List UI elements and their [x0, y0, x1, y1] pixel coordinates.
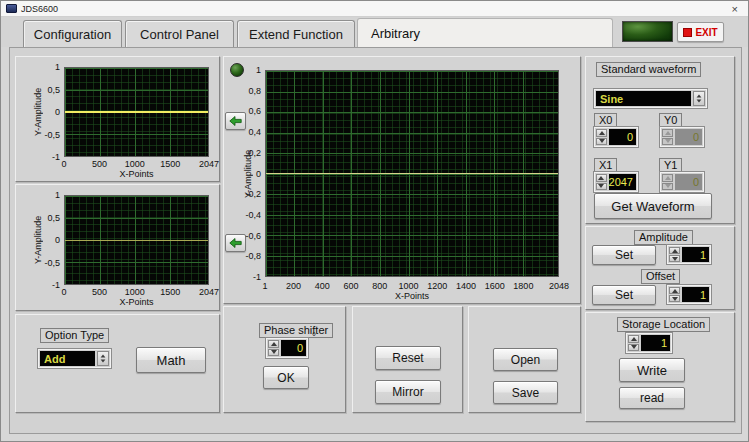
y-tick-label: -0,6	[245, 231, 261, 241]
y-tick-label: 1	[55, 190, 60, 200]
y-tick-label: -1	[253, 272, 261, 282]
y1-input: 0	[659, 171, 705, 193]
x-axis-label: X-Points	[64, 297, 209, 307]
spin-down-icon[interactable]	[669, 295, 680, 302]
y-tick-label: -1	[52, 280, 60, 290]
offset-input[interactable]: 1	[666, 284, 712, 305]
spin-up-icon[interactable]	[669, 287, 680, 294]
x1-value[interactable]: 2047	[609, 174, 636, 190]
phase-shifter-input[interactable]: 0	[265, 337, 309, 359]
read-button[interactable]: read	[619, 387, 685, 409]
y-tick-label: 1	[55, 62, 60, 72]
storage-spinner[interactable]	[628, 335, 639, 351]
offset-spinner[interactable]	[669, 287, 680, 302]
spin-down-icon[interactable]	[628, 344, 639, 352]
y-tick-label: -0,5	[44, 130, 60, 140]
x-tick-label: 800	[372, 281, 387, 291]
standard-waveform-select[interactable]: Sine	[593, 88, 708, 109]
ok-button[interactable]: OK	[263, 366, 309, 389]
y0-spinner	[662, 129, 673, 145]
gridline-y	[65, 134, 208, 135]
gridline-y	[65, 262, 208, 263]
gridline-y	[266, 112, 558, 113]
x0-input[interactable]: 0	[593, 126, 639, 148]
y-tick-label: -0,5	[44, 258, 60, 268]
x0-value[interactable]: 0	[609, 129, 636, 145]
storage-location-input[interactable]: 1	[625, 332, 673, 354]
gridline-y	[266, 133, 558, 134]
y-tick-label: -0,4	[245, 210, 261, 220]
x-tick-label: 1000	[125, 159, 145, 169]
tab-extend-function[interactable]: Extend Function	[237, 20, 355, 47]
y1-spinner	[662, 174, 673, 190]
y-tick-label: 0,6	[248, 106, 261, 116]
mirror-button[interactable]: Mirror	[375, 380, 441, 404]
storage-location-label: Storage Location	[617, 317, 710, 332]
x-tick-label: 1400	[456, 281, 476, 291]
x-tick-label: 1500	[160, 159, 180, 169]
storage-location-value[interactable]: 1	[641, 335, 670, 351]
spin-down-icon	[662, 138, 673, 146]
series-waveform	[65, 111, 208, 113]
gridline-y	[266, 235, 558, 236]
amplitude-input[interactable]: 1	[666, 244, 712, 265]
x-tick-label: 500	[92, 159, 107, 169]
standard-waveform-value[interactable]: Sine	[596, 91, 691, 106]
connection-led-indicator	[622, 21, 673, 42]
spin-up-icon[interactable]	[596, 174, 607, 182]
phase-spinner[interactable]	[268, 340, 279, 356]
spin-down-icon	[662, 183, 673, 191]
amplitude-set-button[interactable]: Set	[592, 245, 656, 265]
spin-up-icon[interactable]	[628, 335, 639, 343]
app-window: JDS6600 × Configuration Control Panel Ex…	[0, 0, 749, 442]
y-axis-ticks: 10,50-0,5-1	[16, 195, 62, 285]
plot-area	[64, 67, 209, 157]
gridline-y	[65, 68, 208, 69]
tab-configuration[interactable]: Configuration	[23, 20, 122, 47]
amplitude-spinner[interactable]	[669, 247, 680, 262]
x-tick-label: 2047	[199, 287, 219, 297]
spin-down-icon[interactable]	[268, 349, 279, 357]
y-axis-ticks: 10,50-0,5-1	[16, 67, 62, 157]
x-tick-label: 400	[315, 281, 330, 291]
option-type-value[interactable]: Add	[40, 351, 95, 366]
option-type-select[interactable]: Add	[37, 348, 112, 369]
x0-spinner[interactable]	[596, 129, 607, 145]
tab-control-panel[interactable]: Control Panel	[125, 20, 234, 47]
gridline-y	[266, 92, 558, 93]
save-button[interactable]: Save	[493, 381, 558, 404]
spin-down-icon[interactable]	[596, 138, 607, 146]
amplitude-label: Amplitude	[634, 230, 693, 245]
gridline-y	[65, 284, 208, 285]
amplitude-value[interactable]: 1	[682, 247, 709, 262]
write-button[interactable]: Write	[619, 358, 685, 382]
spin-up-icon[interactable]	[669, 247, 680, 254]
phase-shifter-value[interactable]: 0	[281, 340, 306, 356]
close-icon[interactable]: ×	[732, 2, 738, 16]
dropdown-button[interactable]	[97, 351, 109, 366]
dropdown-button[interactable]	[693, 91, 705, 106]
tab-arbitrary[interactable]: Arbitrary	[357, 18, 613, 47]
plot-area	[265, 70, 559, 277]
open-save-panel: Open Save	[468, 306, 581, 413]
offset-set-button[interactable]: Set	[592, 285, 656, 305]
open-button[interactable]: Open	[493, 348, 558, 371]
y1-value: 0	[675, 174, 702, 190]
spin-up-icon[interactable]	[596, 129, 607, 137]
up-arrow-icon	[101, 354, 106, 357]
get-waveform-button[interactable]: Get Waveform	[594, 193, 712, 219]
y-tick-label: -1	[52, 152, 60, 162]
main-waveform-panel: Y-Amplitude 10,80,60,40,20-0,2-0,4-0,6-0…	[223, 56, 581, 304]
x-tick-label: 1800	[513, 281, 533, 291]
exit-button[interactable]: EXIT	[677, 22, 724, 42]
offset-value[interactable]: 1	[682, 287, 709, 302]
x1-input[interactable]: 2047	[593, 171, 639, 193]
x1-spinner[interactable]	[596, 174, 607, 190]
math-button[interactable]: Math	[136, 347, 206, 373]
spin-down-icon[interactable]	[669, 255, 680, 262]
spin-up-icon[interactable]	[268, 340, 279, 348]
spin-down-icon[interactable]	[596, 183, 607, 191]
reset-button[interactable]: Reset	[375, 346, 441, 370]
x-tick-label: 2047	[199, 159, 219, 169]
gridline-y	[65, 218, 208, 219]
